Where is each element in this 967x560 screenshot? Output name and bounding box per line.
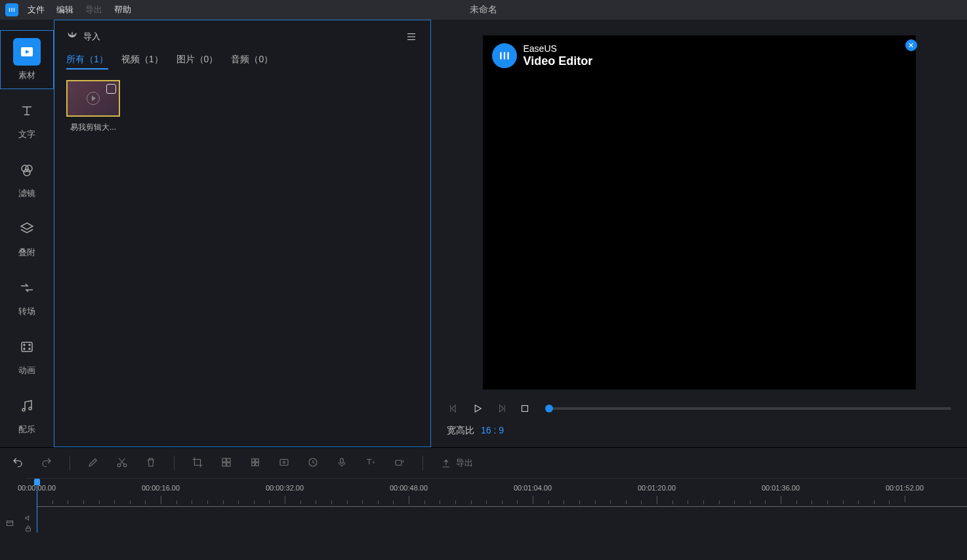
tab-audio[interactable]: 音频（0） — [231, 54, 273, 70]
sidebar-item-text[interactable]: 文字 — [0, 89, 54, 148]
toolbar-divider — [422, 456, 423, 470]
text-to-speech-button[interactable] — [365, 456, 377, 470]
svg-rect-34 — [256, 458, 259, 462]
ruler-tick: 00:00:48.00 — [390, 484, 428, 492]
filter-icon — [13, 156, 41, 184]
sidebar: 素材 文字 滤镜 叠附 转场 — [0, 20, 54, 447]
voiceover-button[interactable] — [336, 456, 348, 470]
svg-rect-31 — [222, 462, 226, 466]
play-preview-icon — [87, 92, 100, 105]
svg-point-10 — [29, 344, 30, 346]
mosaic-button[interactable] — [220, 456, 232, 470]
media-library-panel: 导入 所有（1） 视频（1） 图片（0） 音频（0） 易我剪辑大... — [54, 20, 431, 447]
add-to-timeline-icon[interactable] — [106, 84, 116, 94]
tab-video[interactable]: 视频（1） — [121, 54, 163, 70]
tab-image[interactable]: 图片（0） — [176, 54, 218, 70]
edit-button[interactable] — [87, 456, 99, 470]
cut-button[interactable] — [116, 456, 128, 470]
sidebar-item-music[interactable]: 配乐 — [0, 384, 54, 443]
music-icon — [13, 392, 41, 420]
list-view-icon — [405, 35, 417, 45]
aspect-ratio-value[interactable]: 16 : 9 — [481, 425, 504, 437]
menubar: 文件 编辑 导出 帮助 未命名 — [0, 0, 967, 20]
scrubber-thumb[interactable] — [545, 405, 553, 412]
sidebar-item-media[interactable]: 素材 — [0, 30, 54, 89]
menu-edit[interactable]: 编辑 — [56, 4, 73, 16]
import-button[interactable]: 导入 — [66, 30, 100, 43]
watermark-line1: EaseUS — [524, 43, 593, 54]
svg-rect-30 — [227, 458, 230, 462]
speech-to-text-button[interactable] — [394, 456, 405, 470]
sidebar-item-transition[interactable]: 转场 — [0, 266, 54, 325]
media-icon — [13, 38, 41, 66]
redo-button[interactable] — [41, 456, 52, 470]
sidebar-item-animation[interactable]: 动画 — [0, 325, 54, 384]
track-mute-lock[interactable] — [24, 513, 33, 533]
app-logo-icon — [5, 3, 18, 16]
svg-rect-35 — [252, 462, 255, 466]
svg-point-6 — [26, 165, 32, 172]
timeline-toolbar: 导出 — [0, 448, 967, 478]
ruler-tick: 00:01:52.00 — [886, 484, 924, 492]
svg-rect-29 — [222, 458, 226, 462]
watermark: EaseUS Video Editor — [492, 43, 593, 68]
media-item[interactable]: 易我剪辑大... — [66, 80, 120, 133]
transition-icon — [13, 274, 41, 302]
sidebar-label-filter: 滤镜 — [18, 188, 35, 199]
ruler-tick: 00:01:36.00 — [762, 484, 800, 492]
duration-button[interactable] — [307, 456, 319, 470]
media-name: 易我剪辑大... — [70, 122, 116, 133]
svg-rect-8 — [22, 342, 32, 351]
timeline-ruler[interactable]: 00:00:00.0000:00:16.0000:00:32.0000:00:4… — [26, 478, 967, 507]
sidebar-label-media: 素材 — [18, 70, 35, 81]
library-tabs: 所有（1） 视频（1） 图片（0） 音频（0） — [54, 47, 430, 72]
preview-panel: EaseUS Video Editor ✕ — [431, 20, 967, 447]
close-watermark-button[interactable]: ✕ — [905, 39, 917, 51]
export-button[interactable]: 导出 — [440, 457, 473, 469]
next-frame-button[interactable] — [494, 401, 508, 416]
freeze-button[interactable] — [278, 456, 290, 470]
project-title: 未命名 — [470, 4, 497, 16]
svg-rect-37 — [280, 459, 288, 465]
zoom-button[interactable] — [249, 456, 261, 470]
library-content: 易我剪辑大... — [54, 72, 430, 447]
menu-export: 导出 — [85, 4, 102, 16]
import-label: 导入 — [83, 31, 100, 43]
import-icon — [66, 30, 78, 43]
track-header-button[interactable] — [5, 519, 20, 528]
sidebar-label-music: 配乐 — [18, 424, 35, 435]
play-button[interactable] — [470, 401, 485, 416]
ruler-tick: 00:01:20.00 — [638, 484, 676, 492]
sidebar-item-overlay[interactable]: 叠附 — [0, 207, 54, 266]
menu-file[interactable]: 文件 — [28, 4, 45, 16]
undo-button[interactable] — [12, 456, 24, 470]
prev-frame-button[interactable] — [447, 401, 461, 416]
svg-point-11 — [24, 348, 25, 350]
svg-rect-32 — [227, 462, 230, 466]
media-thumbnail[interactable] — [66, 80, 120, 117]
text-icon — [13, 97, 41, 125]
svg-rect-40 — [340, 458, 344, 464]
playback-scrubber[interactable] — [549, 407, 951, 410]
toolbar-divider — [174, 456, 175, 470]
aspect-ratio-label: 宽高比 — [447, 425, 474, 437]
crop-button[interactable] — [192, 456, 203, 470]
svg-marker-23 — [475, 405, 481, 412]
preview-canvas[interactable]: EaseUS Video Editor ✕ — [483, 35, 916, 390]
svg-point-14 — [29, 407, 31, 410]
view-toggle-button[interactable] — [405, 31, 417, 45]
delete-button[interactable] — [145, 456, 157, 470]
stop-button[interactable] — [518, 401, 532, 416]
svg-marker-21 — [451, 405, 455, 412]
sidebar-item-filter[interactable]: 滤镜 — [0, 148, 54, 207]
svg-point-12 — [29, 348, 30, 350]
svg-point-13 — [22, 409, 25, 411]
svg-rect-36 — [256, 462, 259, 466]
ruler-tick: 00:00:32.00 — [266, 484, 304, 492]
timeline-area: 导出 00:00:00.0000:00:16.0000:00:32.0000:0… — [0, 447, 967, 560]
sidebar-label-overlay: 叠附 — [18, 247, 35, 258]
menu-help[interactable]: 帮助 — [114, 4, 131, 16]
tab-all[interactable]: 所有（1） — [66, 54, 108, 70]
svg-point-38 — [283, 461, 285, 463]
svg-rect-41 — [396, 460, 401, 466]
